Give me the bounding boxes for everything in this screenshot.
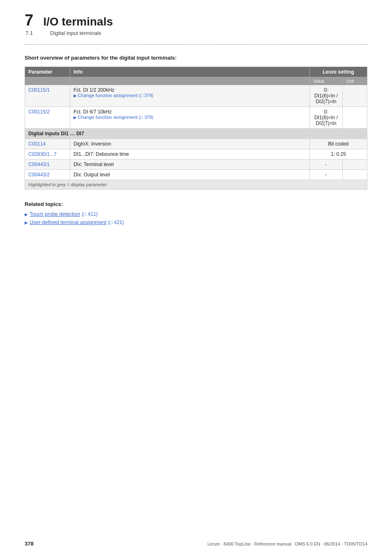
info-cell: DI1...DI7: Debounce time	[70, 149, 310, 160]
topic-arrow-icon: ▶	[25, 220, 28, 225]
header-info: Info	[70, 67, 310, 77]
related-topics-list: ▶Touch probe detection (□ 411)▶User-defi…	[25, 211, 367, 225]
table-row: C00114DigInX: InversionBit coded	[25, 139, 367, 149]
info-cell: DIx: Output level	[70, 170, 310, 180]
param-cell[interactable]: C00443/2	[25, 170, 70, 180]
info-sub[interactable]: ▶ Change function assignment (□ 379)	[74, 115, 306, 120]
info-cell: Fct. DI 6/7 10kHz▶ Change function assig…	[70, 107, 310, 129]
subheader-info-blank	[70, 77, 310, 85]
divider	[25, 44, 367, 45]
param-cell[interactable]: C00114	[25, 139, 70, 149]
value-cell: 0: DI1(6)=In / DI2(7)=In	[310, 85, 343, 107]
topic-link[interactable]: User-defined terminal assignment	[30, 220, 106, 225]
table-body: C00115/1Fct. DI 1/2 200kHz▶ Change funct…	[25, 85, 367, 190]
info-cell: Fct. DI 1/2 200kHz▶ Change function assi…	[70, 85, 310, 107]
chapter-title: I/O terminals	[43, 15, 113, 28]
page-ref: (□ 379)	[138, 115, 153, 120]
section-title: Digital input terminals	[50, 30, 101, 36]
table-row: Digital inputs DI1 … DI7	[25, 129, 367, 139]
unit-cell	[343, 160, 367, 170]
header-value: Value	[310, 77, 343, 85]
value-cell: -	[310, 170, 343, 180]
param-link[interactable]: C00115/1	[28, 87, 50, 93]
footer-page-number: 378	[25, 541, 34, 547]
info-cell: DIx: Terminal level	[70, 160, 310, 170]
header-lenze-setting: Lenze setting	[310, 67, 367, 77]
param-cell[interactable]: C00115/1	[25, 85, 70, 107]
page-ref: (□ 379)	[138, 93, 153, 98]
section-line: 7.1 Digital input terminals	[25, 30, 367, 36]
section-number: 7.1	[25, 30, 40, 36]
table-subheader-row: Value Unit	[25, 77, 367, 85]
unit-cell	[343, 85, 367, 107]
section-heading: Short overview of parameters for the dig…	[25, 55, 367, 61]
param-cell[interactable]: C00443/1	[25, 160, 70, 170]
value-cell: 1: 0.25	[310, 149, 367, 160]
param-cell[interactable]: C02830/1...7	[25, 149, 70, 160]
page-footer: 378 Lenze · 8400 TopLine · Reference man…	[25, 541, 367, 547]
footer-text: Lenze · 8400 TopLine · Reference manual …	[208, 541, 367, 546]
page-header: 7 I/O terminals	[25, 12, 367, 28]
topic-arrow-icon: ▶	[25, 212, 28, 217]
arrow-icon: ▶	[74, 115, 77, 120]
table-row: Highlighted in grey = display parameter	[25, 180, 367, 190]
param-link[interactable]: C00114	[28, 141, 46, 147]
subheader-param-blank	[25, 77, 70, 85]
topic-page-ref: (□ 411)	[82, 211, 98, 217]
table-row: C02830/1...7DI1...DI7: Debounce time1: 0…	[25, 149, 367, 160]
value-cell: 0: DI1(6)=In / DI2(7)=In	[310, 107, 343, 129]
table-row: C00443/2DIx: Output level-	[25, 170, 367, 180]
footer-row-label: Highlighted in grey = display parameter	[25, 180, 367, 190]
header-unit: Unit	[343, 77, 367, 85]
param-link[interactable]: C00443/2	[28, 172, 50, 178]
info-sub[interactable]: ▶ Change function assignment (□ 379)	[74, 93, 306, 98]
value-cell: Bit coded	[310, 139, 367, 149]
param-cell[interactable]: C00115/2	[25, 107, 70, 129]
header-parameter: Parameter	[25, 67, 70, 77]
page-container: 7 I/O terminals 7.1 Digital input termin…	[0, 0, 392, 555]
related-topic-item: ▶User-defined terminal assignment (□ 421…	[25, 220, 367, 225]
topic-page-ref: (□ 421)	[108, 220, 124, 225]
table-row: C00115/2Fct. DI 6/7 10kHz▶ Change functi…	[25, 107, 367, 129]
param-link[interactable]: C00115/2	[28, 109, 50, 115]
unit-cell	[343, 170, 367, 180]
section-row-label: Digital inputs DI1 … DI7	[25, 129, 367, 139]
related-topic-item: ▶Touch probe detection (□ 411)	[25, 211, 367, 217]
unit-cell	[343, 107, 367, 129]
info-cell: DigInX: Inversion	[70, 139, 310, 149]
param-link[interactable]: C02830/1...7	[28, 151, 57, 157]
info-sub-link[interactable]: Change function assignment	[78, 115, 138, 120]
related-topics-heading: Related topics:	[25, 201, 367, 207]
table-header-row: Parameter Info Lenze setting	[25, 67, 367, 77]
table-row: C00115/1Fct. DI 1/2 200kHz▶ Change funct…	[25, 85, 367, 107]
arrow-icon: ▶	[74, 93, 77, 98]
info-sub-link[interactable]: Change function assignment	[78, 93, 138, 98]
table-row: C00443/1DIx: Terminal level-	[25, 160, 367, 170]
param-link[interactable]: C00443/1	[28, 162, 50, 167]
chapter-number: 7	[25, 12, 33, 28]
topic-link[interactable]: Touch probe detection	[30, 211, 80, 217]
value-cell: -	[310, 160, 343, 170]
params-table: Parameter Info Lenze setting Value Unit …	[25, 67, 367, 190]
